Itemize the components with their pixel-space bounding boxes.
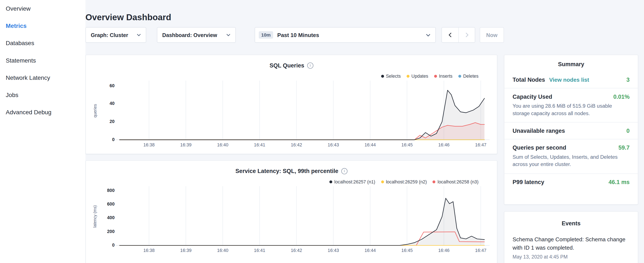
summary-label: Queries per second — [512, 144, 566, 151]
legend-dot-icon — [433, 180, 436, 183]
series-area — [120, 123, 484, 140]
y-tick-label: 200 — [91, 229, 114, 234]
summary-subtext: You are using 28.6 MiB of 515.9 GiB usab… — [512, 102, 630, 117]
sidebar-item-advanced-debug[interactable]: Advanced Debug — [0, 104, 86, 121]
dashboard-dropdown[interactable]: Dashboard: Overview — [157, 27, 236, 43]
chart-plot: queries 16:3816:3916:4016:4116:4216:4316… — [86, 81, 497, 148]
page-title: Overview Dashboard — [86, 12, 171, 22]
summary-label-wrap: Queries per second — [512, 144, 566, 151]
summary-row: Queries per second59.7Sum of Selects, Up… — [504, 139, 638, 173]
x-tick-label: 16:41 — [247, 248, 272, 253]
summary-row: Unavailable ranges0 — [504, 122, 638, 139]
x-tick-label: 16:40 — [210, 142, 235, 147]
summary-value: 46.1 ms — [608, 178, 630, 185]
summary-label: Unavailable ranges — [512, 127, 565, 134]
legend-label: Selects — [386, 74, 401, 79]
legend-dot-icon — [329, 180, 332, 183]
chevron-down-icon — [137, 34, 141, 36]
x-tick-label: 16:43 — [321, 142, 346, 147]
y-tick-label: 800 — [91, 188, 114, 193]
summary-label-wrap: Capacity Used — [512, 93, 552, 100]
summary-subtext: Sum of Selects, Updates, Inserts, and De… — [512, 153, 630, 168]
legend-label: localhost:26259 (n2) — [386, 179, 427, 184]
y-tick-label: 20 — [91, 119, 114, 124]
x-axis: 16:3816:3916:4016:4116:4216:4316:4416:45… — [86, 247, 497, 254]
summary-row: Total NodesView nodes list3 — [504, 72, 638, 88]
events-panel: Events Schema Change Completed: Schema c… — [504, 211, 638, 263]
chart-title-text: SQL Queries — [270, 62, 304, 69]
chart-title: SQL Queries i — [86, 61, 497, 70]
y-tick-label: 600 — [91, 201, 114, 206]
time-nav-group — [442, 27, 475, 43]
now-button[interactable]: Now — [480, 27, 504, 43]
x-tick-label: 16:47 — [468, 142, 493, 147]
summary-value: 0.01% — [614, 93, 630, 100]
legend-label: localhost:26257 (n1) — [334, 179, 375, 184]
x-tick-label: 16:43 — [321, 248, 346, 253]
legend-label: Inserts — [439, 74, 452, 79]
y-tick-label: 400 — [91, 215, 114, 220]
chart-title-text: Service Latency: SQL, 99th percentile — [235, 168, 338, 174]
sidebar-item-network-latency[interactable]: Network Latency — [0, 69, 86, 86]
sidebar-nav: OverviewMetricsDatabasesStatementsNetwor… — [0, 0, 86, 263]
sidebar-item-statements[interactable]: Statements — [0, 52, 86, 69]
summary-label: Total Nodes — [512, 76, 545, 83]
summary-value: 59.7 — [618, 144, 630, 151]
time-forward-button[interactable] — [458, 28, 475, 42]
chart-title: Service Latency: SQL, 99th percentile i — [86, 166, 497, 175]
summary-label-wrap: P99 latency — [512, 178, 544, 185]
y-tick-label: 0 — [91, 242, 114, 247]
chart-legend: SelectsUpdatesInsertsDeletes — [86, 72, 497, 80]
event-item[interactable]: Schema Change Completed: Schema change w… — [512, 235, 630, 259]
x-tick-label: 16:41 — [247, 142, 272, 147]
events-title: Events — [504, 212, 638, 231]
legend-dot-icon — [434, 75, 437, 78]
y-tick-label: 0 — [91, 137, 114, 142]
x-tick-label: 16:44 — [358, 248, 382, 253]
sidebar-item-metrics[interactable]: Metrics — [0, 17, 86, 35]
toolbar: Graph: Cluster Dashboard: Overview 10m P… — [86, 27, 504, 43]
sidebar-item-databases[interactable]: Databases — [0, 35, 86, 52]
info-icon[interactable]: i — [307, 62, 314, 69]
summary-label-wrap: Total NodesView nodes list — [512, 76, 589, 83]
event-timestamp: May 13, 2020 at 4:45 PM — [512, 254, 630, 259]
legend-label: Deletes — [463, 74, 478, 79]
graph-dropdown-label: Graph: Cluster — [91, 32, 128, 38]
info-icon[interactable]: i — [341, 168, 348, 174]
summary-value: 0 — [626, 127, 630, 134]
legend-item: Deletes — [458, 74, 478, 79]
sidebar-item-overview[interactable]: Overview — [0, 0, 86, 17]
time-range-label: Past 10 Minutes — [277, 32, 319, 38]
x-tick-label: 16:45 — [394, 142, 419, 147]
legend-item: localhost:26257 (n1) — [329, 179, 375, 184]
legend-dot-icon — [381, 180, 384, 183]
x-tick-label: 16:46 — [432, 142, 456, 147]
y-tick-label: 40 — [91, 101, 114, 106]
summary-panel: Summary Total NodesView nodes list3Capac… — [504, 55, 638, 205]
legend-item: Updates — [406, 74, 428, 79]
legend-item: Inserts — [434, 74, 452, 79]
events-list: Schema Change Completed: Schema change w… — [504, 231, 638, 263]
time-range-dropdown[interactable]: 10m Past 10 Minutes — [255, 27, 436, 43]
sidebar-item-jobs[interactable]: Jobs — [0, 86, 86, 104]
x-tick-label: 16:39 — [174, 248, 198, 253]
summary-row: P99 latency46.1 ms — [504, 173, 638, 190]
summary-title: Summary — [504, 55, 638, 72]
view-nodes-list-link[interactable]: View nodes list — [549, 77, 589, 83]
time-range-badge: 10m — [259, 31, 273, 39]
app-root: OverviewMetricsDatabasesStatementsNetwor… — [0, 0, 644, 263]
legend-label: Updates — [412, 74, 428, 79]
chart-card-2: Service Latency: SQL, 99th percentile i … — [86, 160, 498, 263]
chevron-down-icon — [426, 34, 430, 36]
legend-dot-icon — [381, 75, 384, 78]
x-tick-label: 16:38 — [137, 142, 161, 147]
x-tick-label: 16:45 — [394, 248, 419, 253]
y-tick-label: 60 — [91, 83, 114, 88]
graph-dropdown[interactable]: Graph: Cluster — [86, 27, 146, 43]
time-back-button[interactable] — [442, 28, 458, 42]
x-tick-label: 16:39 — [174, 142, 198, 147]
legend-item: Selects — [381, 74, 401, 79]
summary-line: P99 latency46.1 ms — [512, 178, 630, 185]
x-tick-label: 16:47 — [468, 248, 493, 253]
chart-plot: latency (ms) 16:3816:3916:4016:4116:4216… — [86, 186, 497, 254]
